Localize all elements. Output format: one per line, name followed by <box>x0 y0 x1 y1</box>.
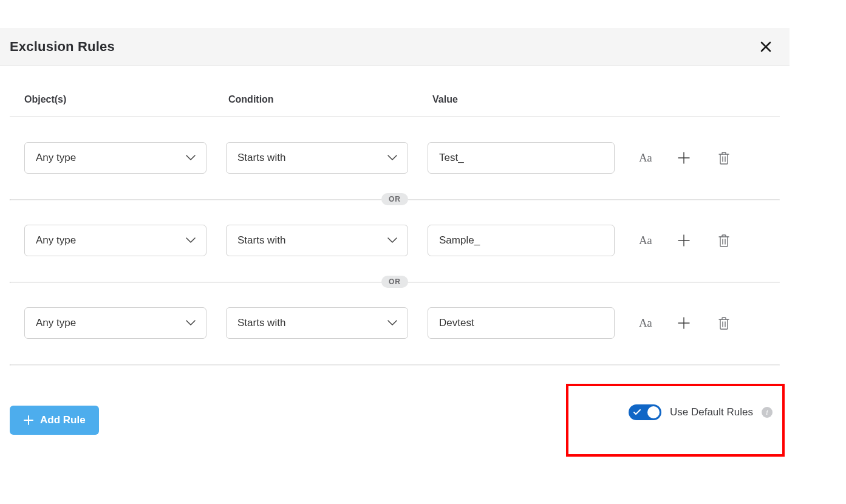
condition-value: Starts with <box>237 152 285 164</box>
use-default-rules-label: Use Default Rules <box>670 406 753 418</box>
plus-icon <box>677 151 691 165</box>
condition-select[interactable]: Starts with <box>226 142 408 174</box>
add-rule-button[interactable]: Add Rule <box>10 406 99 435</box>
rule-row: Any type Starts with Test_ Aa <box>10 117 780 199</box>
delete-rule-button[interactable] <box>716 150 732 166</box>
highlight-annotation: Use Default Rules i <box>566 384 785 457</box>
condition-select[interactable]: Starts with <box>226 225 408 256</box>
add-condition-button[interactable] <box>676 233 692 248</box>
object-type-value: Any type <box>36 152 76 164</box>
use-default-rules-toggle[interactable] <box>629 404 661 420</box>
case-sensitive-toggle[interactable]: Aa <box>639 151 652 165</box>
panel-header: Exclusion Rules <box>0 28 790 66</box>
close-icon <box>760 41 772 53</box>
column-headers: Object(s) Condition Value <box>10 66 780 117</box>
condition-select[interactable]: Starts with <box>226 307 408 339</box>
check-icon <box>633 407 641 418</box>
add-condition-button[interactable] <box>676 315 692 331</box>
panel-title: Exclusion Rules <box>10 39 115 55</box>
row-actions: Aa <box>634 150 756 166</box>
chevron-down-icon <box>387 234 398 247</box>
delete-rule-button[interactable] <box>716 233 732 248</box>
value-input[interactable]: Sample_ <box>428 225 615 256</box>
use-default-rules-group: Use Default Rules i <box>629 404 773 420</box>
info-icon[interactable]: i <box>762 407 773 418</box>
or-pill: OR <box>381 193 408 205</box>
exclusion-rules-panel: Exclusion Rules Object(s) Condition Valu… <box>0 28 790 475</box>
object-type-select[interactable]: Any type <box>24 142 206 174</box>
panel-footer: Add Rule Use Default Rules i <box>0 366 790 475</box>
value-input[interactable]: Test_ <box>428 142 615 174</box>
condition-value: Starts with <box>237 234 285 247</box>
object-type-select[interactable]: Any type <box>24 225 206 256</box>
chevron-down-icon <box>185 234 196 247</box>
chevron-down-icon <box>387 317 398 329</box>
column-header-condition: Condition <box>228 94 423 105</box>
case-sensitive-toggle[interactable]: Aa <box>639 316 652 330</box>
column-header-objects: Object(s) <box>24 94 219 105</box>
value-text: Sample_ <box>439 234 480 247</box>
plus-icon <box>677 316 691 330</box>
value-text: Devtest <box>439 317 474 329</box>
chevron-down-icon <box>185 317 196 329</box>
rule-row: Any type Starts with Sample_ Aa <box>10 199 780 282</box>
object-type-select[interactable]: Any type <box>24 307 206 339</box>
rule-row: Any type Starts with Devtest Aa <box>10 282 780 364</box>
trash-icon <box>718 151 730 165</box>
object-type-value: Any type <box>36 234 76 247</box>
toggle-knob <box>647 406 660 418</box>
column-header-value: Value <box>432 94 627 105</box>
add-condition-button[interactable] <box>676 150 692 166</box>
panel-body: Object(s) Condition Value Any type Start… <box>0 66 790 364</box>
chevron-down-icon <box>185 152 196 164</box>
object-type-value: Any type <box>36 317 76 329</box>
condition-value: Starts with <box>237 317 285 329</box>
close-button[interactable] <box>758 39 774 55</box>
case-sensitive-toggle[interactable]: Aa <box>639 234 652 247</box>
delete-rule-button[interactable] <box>716 315 732 331</box>
value-text: Test_ <box>439 152 464 164</box>
trash-icon <box>718 234 730 247</box>
add-rule-label: Add Rule <box>40 414 86 426</box>
row-actions: Aa <box>634 233 756 248</box>
plus-icon <box>677 234 691 247</box>
or-pill: OR <box>381 276 408 288</box>
plus-icon <box>23 415 34 426</box>
trash-icon <box>718 316 730 330</box>
chevron-down-icon <box>387 152 398 164</box>
row-actions: Aa <box>634 315 756 331</box>
value-input[interactable]: Devtest <box>428 307 615 339</box>
